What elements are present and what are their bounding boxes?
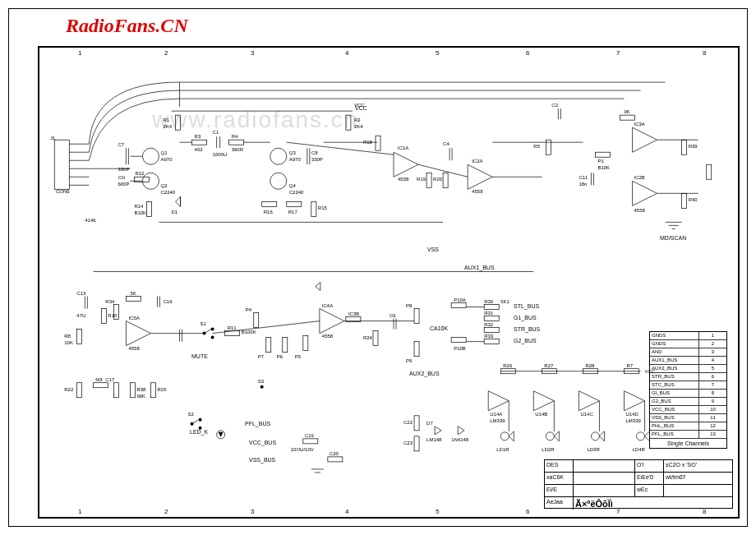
svg-text:C13: C13 [76, 291, 86, 296]
svg-text:P1: P1 [597, 159, 604, 164]
svg-text:LD3R: LD3R [587, 447, 600, 452]
svg-rect-168 [414, 342, 419, 357]
svg-text:R2: R2 [354, 118, 361, 122]
svg-rect-153 [303, 336, 308, 351]
svg-text:P8: P8 [406, 303, 413, 308]
svg-text:LM339: LM339 [490, 418, 505, 423]
svg-text:IC2B: IC2B [634, 175, 645, 180]
svg-text:R27: R27 [544, 363, 554, 368]
svg-text:U14C: U14C [580, 412, 593, 417]
svg-text:D7: D7 [426, 421, 433, 426]
svg-rect-216 [414, 436, 419, 451]
svg-text:C2: C2 [551, 103, 558, 108]
svg-rect-224 [303, 439, 318, 444]
svg-text:330P: 330P [118, 167, 129, 172]
col-label: 1 [78, 49, 81, 57]
svg-text:Q4: Q4 [289, 183, 297, 188]
svg-point-203 [591, 432, 599, 440]
svg-rect-0 [54, 140, 69, 189]
svg-text:R31: R31 [484, 311, 494, 316]
svg-point-220 [199, 427, 202, 430]
svg-line-221 [192, 420, 199, 424]
svg-text:C17: C17 [105, 377, 115, 382]
svg-text:C7: C7 [118, 142, 124, 147]
col-label: 4 [345, 49, 348, 57]
svg-text:R12: R12 [135, 171, 145, 176]
svg-rect-99 [682, 140, 687, 155]
svg-text:4558: 4558 [128, 346, 140, 351]
svg-text:M3: M3 [95, 377, 103, 382]
svg-text:9K: 9K [625, 109, 630, 114]
svg-text:4558: 4558 [472, 189, 483, 194]
svg-rect-103 [707, 164, 712, 179]
col-label: 6 [526, 49, 529, 57]
svg-rect-161 [373, 331, 378, 346]
svg-point-16 [142, 148, 159, 164]
svg-rect-151 [283, 338, 288, 353]
svg-text:LD4R: LD4R [633, 447, 646, 452]
svg-text:U14A: U14A [490, 412, 502, 417]
svg-point-201 [546, 432, 554, 440]
svg-text:LM339: LM339 [626, 418, 642, 423]
svg-point-138 [211, 328, 214, 331]
svg-text:R22: R22 [64, 387, 74, 392]
svg-text:P9: P9 [406, 358, 413, 363]
svg-rect-38 [192, 140, 207, 145]
svg-rect-214 [414, 416, 419, 431]
svg-text:U14D: U14D [626, 412, 639, 417]
svg-rect-135 [150, 383, 155, 398]
col-label: 2 [164, 49, 168, 57]
svg-rect-58 [262, 201, 277, 206]
svg-rect-10 [176, 115, 181, 130]
svg-text:B10K: B10K [134, 210, 146, 215]
svg-rect-70 [426, 173, 431, 187]
svg-rect-60 [287, 201, 302, 206]
svg-text:R8: R8 [64, 334, 71, 339]
svg-rect-181 [484, 339, 499, 344]
svg-rect-132 [130, 383, 135, 398]
svg-text:P10A: P10A [454, 297, 466, 302]
svg-text:R25: R25 [157, 387, 167, 392]
svg-rect-227 [328, 457, 343, 462]
svg-rect-68 [376, 136, 380, 150]
svg-text:C2240: C2240 [289, 190, 304, 195]
svg-text:VCC: VCC [645, 369, 656, 374]
svg-text:U14B: U14B [535, 412, 547, 417]
svg-point-51 [270, 173, 287, 189]
svg-text:C2240: C2240 [160, 190, 175, 195]
svg-text:C1: C1 [213, 130, 219, 135]
svg-text:C16: C16 [164, 299, 173, 304]
svg-text:LM148: LM148 [426, 437, 442, 442]
svg-rect-13 [346, 115, 351, 130]
svg-point-48 [270, 148, 287, 164]
svg-text:4558: 4558 [398, 177, 409, 182]
svg-point-19 [142, 173, 159, 189]
svg-text:5K: 5K [130, 291, 136, 296]
svg-text:S1: S1 [201, 321, 207, 326]
svg-point-219 [199, 418, 202, 422]
svg-text:4558: 4558 [322, 334, 334, 339]
svg-text:R34: R34 [105, 299, 115, 304]
svg-rect-166 [414, 309, 419, 324]
svg-text:C20: C20 [330, 451, 339, 456]
col-label: 7 [616, 49, 620, 57]
svg-text:1N4148: 1N4148 [451, 437, 469, 442]
svg-text:96K: 96K [136, 394, 145, 399]
svg-text:R30: R30 [484, 299, 494, 304]
svg-text:R16: R16 [264, 210, 274, 214]
svg-text:R39: R39 [689, 144, 698, 149]
svg-text:Q2: Q2 [160, 183, 168, 188]
svg-text:R10: R10 [108, 313, 118, 318]
svg-text:IC2A: IC2A [472, 159, 482, 164]
svg-text:R5: R5 [533, 144, 540, 149]
svg-text:10K: 10K [64, 340, 73, 345]
svg-text:P5: P5 [295, 354, 302, 359]
svg-text:R28: R28 [585, 363, 595, 368]
svg-text:4558: 4558 [634, 208, 646, 213]
svg-text:IC3B: IC3B [348, 311, 359, 316]
svg-text:C22: C22 [403, 420, 413, 425]
svg-text:P4: P4 [246, 307, 252, 312]
svg-text:47U: 47U [76, 313, 85, 318]
svg-text:R19: R19 [417, 177, 426, 182]
svg-rect-119 [126, 297, 141, 302]
